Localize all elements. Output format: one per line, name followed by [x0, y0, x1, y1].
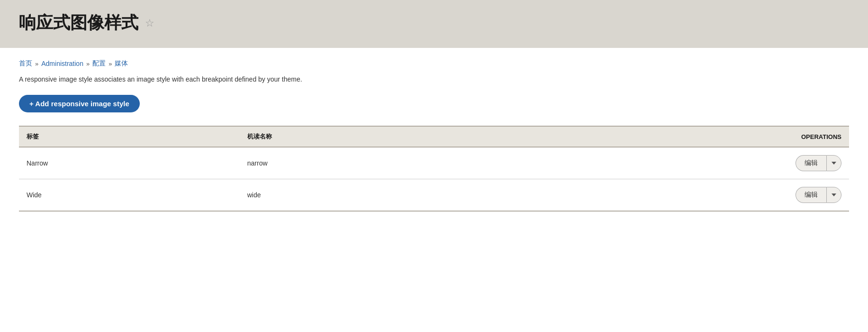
responsive-image-styles-table: 标签 机读名称 OPERATIONS Narrow narrow 编辑: [19, 126, 849, 212]
breadcrumb-media[interactable]: 媒体: [115, 59, 128, 68]
breadcrumb-home[interactable]: 首页: [19, 59, 32, 68]
page-header: 响应式图像样式 ☆: [0, 0, 868, 48]
row-wide-machine-name: wide: [240, 179, 480, 212]
wide-dropdown-button[interactable]: [826, 187, 841, 203]
table-body: Narrow narrow 编辑 Wide wide 编辑: [19, 147, 849, 211]
narrow-operation-group: 编辑: [796, 155, 841, 171]
wide-chevron-icon: [832, 194, 836, 196]
wide-operation-group: 编辑: [796, 187, 841, 203]
row-wide-operations: 编辑: [480, 179, 849, 212]
row-narrow-operations: 编辑: [480, 147, 849, 179]
breadcrumb-sep-1: »: [35, 60, 38, 67]
col-header-label: 标签: [19, 126, 240, 147]
breadcrumb-administration[interactable]: Administration: [41, 60, 83, 67]
favorite-star-icon[interactable]: ☆: [145, 17, 154, 29]
breadcrumb: 首页 » Administration » 配置 » 媒体: [19, 59, 849, 68]
breadcrumb-sep-2: »: [86, 60, 90, 67]
col-header-operations: OPERATIONS: [480, 126, 849, 147]
table-row: Wide wide 编辑: [19, 179, 849, 212]
page-description: A responsive image style associates an i…: [19, 74, 849, 84]
table-row: Narrow narrow 编辑: [19, 147, 849, 179]
page-title: 响应式图像样式: [19, 11, 138, 35]
breadcrumb-sep-3: »: [108, 60, 112, 67]
narrow-edit-button[interactable]: 编辑: [796, 155, 826, 171]
narrow-chevron-icon: [832, 162, 836, 165]
page-content: 首页 » Administration » 配置 » 媒体 A responsi…: [0, 48, 868, 231]
row-wide-label: Wide: [19, 179, 240, 212]
row-narrow-label: Narrow: [19, 147, 240, 179]
col-header-machine-name: 机读名称: [240, 126, 480, 147]
wide-edit-button[interactable]: 编辑: [796, 187, 826, 203]
narrow-dropdown-button[interactable]: [826, 155, 841, 171]
add-responsive-image-style-button[interactable]: + Add responsive image style: [19, 95, 140, 112]
breadcrumb-config[interactable]: 配置: [92, 59, 106, 68]
table-header: 标签 机读名称 OPERATIONS: [19, 126, 849, 147]
row-narrow-machine-name: narrow: [240, 147, 480, 179]
